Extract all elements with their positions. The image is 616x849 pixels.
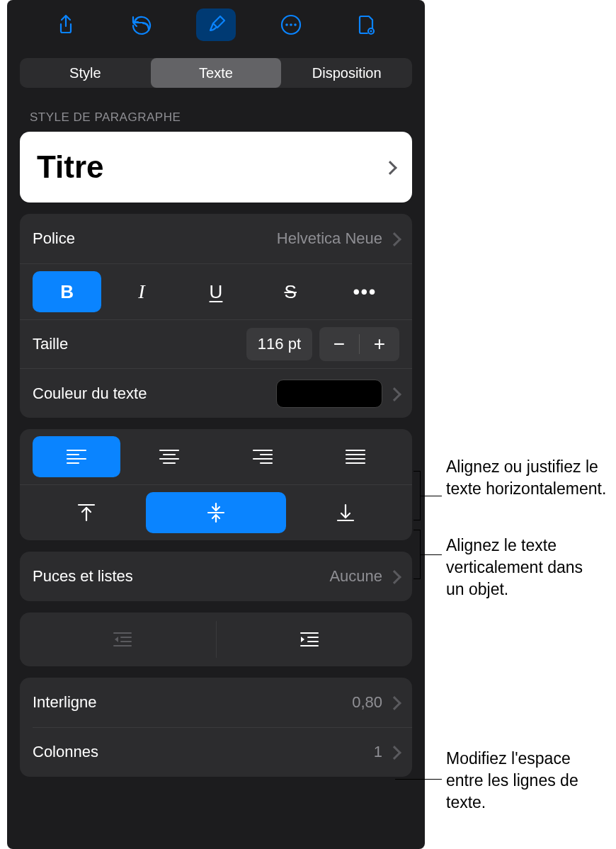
- more-icon: [280, 13, 302, 36]
- chevron-right-icon: [391, 387, 399, 401]
- align-justify-icon: [345, 448, 366, 466]
- italic-button[interactable]: I: [107, 271, 176, 312]
- font-style-row: B I U S •••: [20, 263, 412, 319]
- paragraph-style-card[interactable]: Titre: [20, 132, 412, 203]
- valign-top-button[interactable]: [33, 492, 140, 533]
- bullets-value: Aucune: [329, 567, 382, 586]
- format-button[interactable]: [196, 8, 236, 41]
- bullets-row[interactable]: Puces et listes Aucune: [20, 552, 412, 601]
- valign-middle-icon: [206, 502, 226, 523]
- align-center-button[interactable]: [126, 436, 214, 477]
- line-spacing-row[interactable]: Interligne 0,80: [20, 678, 412, 727]
- bullets-label: Puces et listes: [33, 567, 133, 586]
- vertical-align-row: [20, 484, 412, 540]
- halign-line: [421, 496, 442, 496]
- indent-icon: [298, 631, 321, 648]
- svg-point-4: [294, 23, 297, 26]
- indent-button[interactable]: [217, 621, 403, 658]
- more-button[interactable]: [271, 8, 311, 41]
- valign-line: [421, 554, 442, 555]
- text-color-swatch[interactable]: [276, 380, 382, 408]
- tab-text[interactable]: Texte: [151, 58, 282, 88]
- align-right-icon: [252, 448, 273, 466]
- align-left-icon: [66, 448, 87, 466]
- halign-callout: Alignez ou justifiez le texte horizontal…: [446, 456, 609, 500]
- font-size-row: Taille 116 pt − +: [20, 319, 412, 368]
- font-size-label: Taille: [33, 335, 68, 353]
- font-row[interactable]: Police Helvetica Neue: [20, 214, 412, 263]
- valign-bracket: [413, 530, 421, 579]
- valign-callout: Alignez le texte verticalement dans un o…: [446, 535, 602, 600]
- align-left-button[interactable]: [33, 436, 120, 477]
- chevron-right-icon: [391, 569, 399, 583]
- spacing-card: Interligne 0,80 Colonnes 1: [20, 678, 412, 777]
- font-size-stepper: − +: [319, 327, 399, 361]
- paragraph-style-name: Titre: [37, 149, 378, 185]
- share-icon: [55, 13, 77, 36]
- format-inspector-panel: Style Texte Disposition STYLE DE PARAGRA…: [7, 0, 425, 849]
- undo-icon: [130, 13, 152, 36]
- document-button[interactable]: [346, 8, 386, 41]
- alignment-card: [20, 429, 412, 540]
- font-size-value[interactable]: 116 pt: [246, 328, 312, 360]
- svg-point-3: [290, 23, 292, 26]
- halign-bracket: [413, 471, 421, 520]
- bold-button[interactable]: B: [33, 271, 101, 312]
- svg-point-7: [370, 30, 372, 33]
- line-spacing-value: 0,80: [352, 693, 382, 712]
- text-color-row[interactable]: Couleur du texte: [20, 368, 412, 418]
- align-center-icon: [159, 448, 180, 466]
- valign-middle-button[interactable]: [146, 492, 286, 533]
- outdent-icon: [111, 631, 134, 648]
- linespace-callout: Modifiez l'espace entre les lignes de te…: [446, 748, 609, 814]
- line-spacing-label: Interligne: [33, 693, 97, 712]
- top-toolbar: [7, 0, 425, 50]
- tab-layout[interactable]: Disposition: [281, 58, 412, 88]
- font-size-increase[interactable]: +: [360, 327, 399, 361]
- align-justify-button[interactable]: [312, 436, 400, 477]
- font-card: Police Helvetica Neue B I U S ••• Taille…: [20, 214, 412, 418]
- paragraph-style-section-label: STYLE DE PARAGRAPHE: [7, 96, 425, 132]
- chevron-right-icon: [387, 160, 395, 174]
- columns-value: 1: [374, 743, 382, 761]
- svg-point-2: [285, 23, 288, 26]
- valign-top-icon: [76, 502, 96, 523]
- document-icon: [355, 13, 377, 36]
- font-value: Helvetica Neue: [277, 229, 382, 248]
- outdent-button[interactable]: [30, 621, 216, 658]
- columns-label: Colonnes: [33, 743, 98, 761]
- font-size-decrease[interactable]: −: [319, 327, 359, 361]
- bullets-card: Puces et listes Aucune: [20, 552, 412, 601]
- format-brush-icon: [205, 13, 227, 36]
- undo-button[interactable]: [121, 8, 161, 41]
- align-right-button[interactable]: [219, 436, 307, 477]
- columns-row[interactable]: Colonnes 1: [20, 727, 412, 777]
- tab-style[interactable]: Style: [20, 58, 151, 88]
- chevron-right-icon: [391, 695, 399, 710]
- valign-bottom-icon: [336, 502, 355, 523]
- underline-button[interactable]: U: [181, 271, 250, 312]
- strikethrough-button[interactable]: S: [256, 271, 325, 312]
- valign-bottom-button[interactable]: [292, 492, 399, 533]
- inspector-tabs: Style Texte Disposition: [7, 50, 425, 96]
- linespace-line: [395, 779, 442, 780]
- font-label: Police: [33, 229, 75, 248]
- text-color-label: Couleur du texte: [33, 384, 147, 403]
- chevron-right-icon: [391, 745, 399, 759]
- share-button[interactable]: [46, 8, 86, 41]
- font-more-button[interactable]: •••: [331, 271, 399, 312]
- indent-card: [20, 612, 412, 666]
- chevron-right-icon: [391, 232, 399, 246]
- horizontal-align-row: [20, 429, 412, 484]
